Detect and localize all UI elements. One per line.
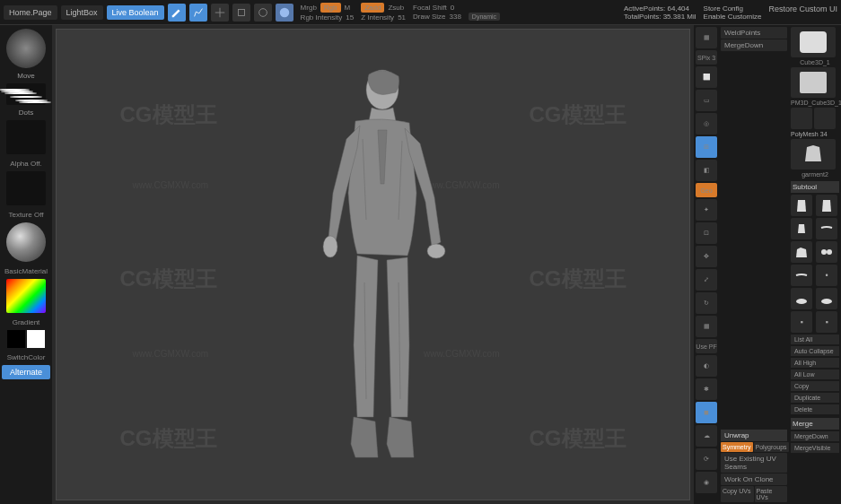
use-existing-button[interactable]: Use Existing UV Seams	[721, 453, 787, 473]
home-button[interactable]: Home.Page	[4, 5, 57, 20]
subtool-item[interactable]: ▪	[816, 311, 837, 333]
garment-thumb[interactable]	[791, 139, 836, 169]
subtool-item[interactable]	[816, 195, 837, 216]
transparent-icon[interactable]: ◼	[696, 402, 717, 423]
frame-icon[interactable]: ⊞	[696, 136, 717, 158]
rgb-button[interactable]: Rgb	[320, 3, 341, 13]
xpose-icon[interactable]: ✱	[696, 378, 717, 400]
local-icon[interactable]: ◎	[696, 113, 717, 135]
auto-collapse-button[interactable]: Auto Collapse	[791, 346, 839, 356]
wrap-icon[interactable]: ⟳	[696, 448, 717, 470]
rotate-icon[interactable]: ↻	[696, 292, 717, 314]
subtool-item[interactable]	[791, 195, 812, 216]
svg-rect-0	[238, 9, 244, 15]
work-on-clone-button[interactable]: Work On Clone	[721, 474, 787, 485]
zsub-label[interactable]: Zsub	[388, 4, 404, 12]
texture-label: Texture Off	[9, 211, 44, 219]
polymesh-label: PolyMesh	[791, 131, 819, 137]
scale-icon[interactable]: ⤢	[696, 269, 717, 291]
focal-value[interactable]: 0	[451, 4, 454, 12]
mergevisible-button[interactable]: MergeVisible	[791, 443, 839, 453]
duplicate-button[interactable]: Duplicate	[791, 393, 839, 403]
garment-label: garment2	[791, 171, 839, 178]
delete-button[interactable]: Delete	[791, 404, 839, 414]
rgb-intensity-value[interactable]: 15	[346, 13, 354, 22]
subtool-item[interactable]	[816, 218, 837, 239]
z-intensity-value[interactable]: 51	[398, 13, 406, 22]
viewport[interactable]: CG模型王 CG模型王 CG模型王 CG模型王 CG模型王 CG模型王 www.…	[56, 29, 690, 500]
polyframe-icon[interactable]: ▦	[696, 316, 717, 337]
solo-icon[interactable]: ◐	[696, 355, 717, 377]
subtool-item[interactable]	[791, 218, 812, 239]
color-picker[interactable]	[6, 279, 46, 313]
render-icon[interactable]: ◉	[696, 472, 717, 493]
draw-icon[interactable]	[189, 4, 207, 22]
move-mode-icon[interactable]	[211, 4, 229, 22]
subtool-item[interactable]	[791, 241, 812, 263]
geo-button[interactable]: Geo	[696, 183, 717, 197]
subtool-grid: • ▪ ▪	[791, 195, 839, 333]
material-preview[interactable]	[6, 222, 46, 262]
subtool-item[interactable]	[816, 241, 837, 263]
subtool-item[interactable]	[816, 288, 837, 309]
scale-mode-icon[interactable]	[232, 4, 250, 22]
mrgb-label: Mrgb	[301, 4, 317, 12]
m-label: M	[345, 4, 351, 12]
alternate-button[interactable]: Alternate	[2, 365, 50, 379]
dynamic-button[interactable]: Dynamic	[469, 13, 500, 21]
stroke-preview[interactable]	[6, 83, 46, 105]
zadd-button[interactable]: Zadd	[361, 3, 384, 13]
floor-icon[interactable]: ▭	[696, 90, 717, 111]
aa-icon[interactable]: ◧	[696, 160, 717, 181]
mergedown-button[interactable]: MergeDown	[721, 39, 787, 51]
restoreui-button[interactable]: Restore Custom UI	[768, 4, 837, 13]
svg-point-5	[427, 244, 445, 258]
svg-point-2	[279, 7, 289, 17]
gizmo-icon[interactable]	[276, 4, 293, 22]
fit-icon[interactable]: ⊡	[696, 222, 717, 244]
rotate-mode-icon[interactable]	[254, 4, 272, 22]
tool-thumb[interactable]	[791, 27, 836, 57]
liveboolean-button[interactable]: Live Boolean	[107, 5, 164, 20]
texture-preview[interactable]	[6, 171, 46, 205]
usepf-button[interactable]: Use PF	[696, 339, 717, 353]
mergedown-button[interactable]: MergeDown	[791, 431, 839, 441]
lightbox-button[interactable]: LightBox	[61, 5, 103, 20]
subtool-item[interactable]: ▪	[791, 311, 812, 333]
swatch-black[interactable]	[7, 330, 25, 348]
persp-icon[interactable]: ⬜	[696, 66, 717, 88]
xyz-icon[interactable]: ✦	[696, 199, 717, 221]
character-model[interactable]	[293, 58, 454, 471]
ghost-icon[interactable]: ☁	[696, 425, 717, 447]
paste-uvs-button[interactable]: Paste UVs	[755, 486, 788, 502]
switchcolor-label[interactable]: SwitchColor	[7, 353, 46, 361]
polymesh-thumb[interactable]	[791, 108, 812, 129]
tool-thumb-2[interactable]	[791, 67, 836, 98]
edit-icon[interactable]	[168, 4, 186, 22]
subtool-item[interactable]: •	[816, 265, 837, 286]
spix-button[interactable]: SPix 3	[696, 50, 717, 65]
tool-icon[interactable]: ▦	[696, 27, 717, 48]
polygroups-button[interactable]: Polygroups	[754, 442, 789, 452]
merge-header[interactable]: Merge	[791, 418, 839, 430]
all-low-button[interactable]: All Low	[791, 369, 839, 379]
symmetry-button[interactable]: Symmetry	[721, 442, 753, 452]
move-icon[interactable]: ✥	[696, 246, 717, 267]
drawsize-value[interactable]: 338	[449, 13, 460, 21]
watermark-url: www.CGMXW.com	[133, 180, 208, 190]
list-all-button[interactable]: List All	[791, 335, 839, 344]
copy-button[interactable]: Copy	[791, 381, 839, 391]
unwrap-section[interactable]: Unwrap	[721, 430, 787, 441]
weldpoints-button[interactable]: WeldPoints	[721, 27, 787, 39]
subtool-header[interactable]: Subtool	[791, 181, 839, 193]
subtool-item[interactable]	[791, 288, 812, 309]
all-high-button[interactable]: All High	[791, 358, 839, 368]
subtool-item[interactable]	[791, 265, 812, 286]
swatch-white[interactable]	[27, 330, 45, 348]
enablecustomize-button[interactable]: Enable Customize	[704, 13, 762, 21]
storeconfig-button[interactable]: Store Config	[704, 4, 762, 13]
alpha-preview[interactable]	[6, 120, 46, 154]
thumb-34[interactable]	[814, 108, 836, 129]
copy-uvs-button[interactable]: Copy UVs	[721, 486, 754, 502]
brush-preview[interactable]	[6, 29, 46, 68]
